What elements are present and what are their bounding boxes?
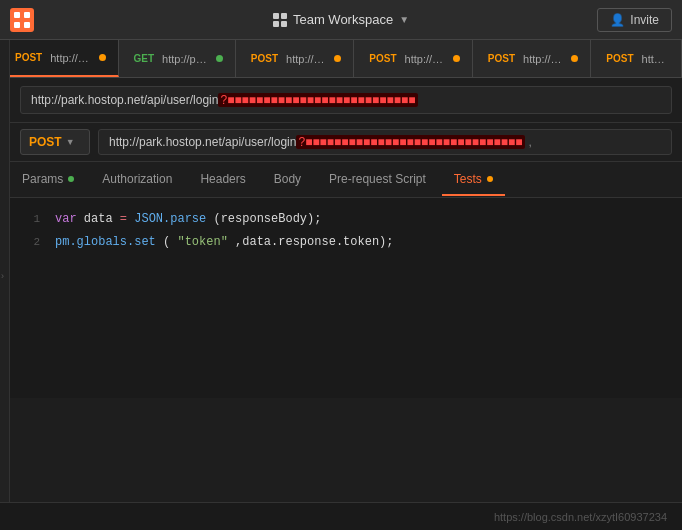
code-string-token: "token" [177,235,227,249]
code-content-1: var data = JSON.parse (responseBody); [55,210,321,229]
tab-dot-1 [99,54,106,61]
tab-method-5: POST [485,52,518,65]
code-equals: = [120,212,127,226]
request-url-redacted: ?■■■■■■■■■■■■■■■■■■■■■■■■■■■■■■ [296,135,524,149]
request-url-separator: , [529,135,532,149]
tab-url-1: http://par [50,52,93,64]
tab-url-6: http:// [642,53,669,65]
nav-tab-authorization-label: Authorization [102,172,172,186]
line-number-1: 1 [10,211,40,229]
app-icon [10,8,34,32]
url-display-base: http://park.hostop.net/api/user/login [31,93,218,107]
tab-method-6: POST [603,52,636,65]
workspace-selector[interactable]: Team Workspace ▼ [273,12,409,27]
top-bar: Team Workspace ▼ 👤 Invite [0,0,682,40]
keyword-var: var [55,212,77,226]
sidebar-edge: › [0,40,10,502]
method-select[interactable]: POST ▼ [20,129,90,155]
tab-method-1: POST [12,51,45,64]
nav-tab-params[interactable]: Params [10,164,86,196]
app-icon-area [10,8,34,32]
method-dropdown-arrow: ▼ [66,137,75,147]
code-plain-5: ,data.response.token); [235,235,393,249]
bottom-url: https://blog.csdn.net/xzytI60937234 [494,511,667,523]
svg-rect-3 [24,22,30,28]
nav-tab-headers[interactable]: Headers [188,164,257,196]
url-display-bar: http://park.hostop.net/api/user/login ?■… [0,78,682,123]
request-line: POST ▼ http://park.hostop.net/api/user/l… [0,123,682,162]
tab-5[interactable]: POST http://par [473,40,592,77]
nav-tab-body-label: Body [274,172,301,186]
tests-dot [487,176,493,182]
workspace-dropdown-arrow: ▼ [399,14,409,25]
tab-method-4: POST [366,52,399,65]
line-number-2: 2 [10,234,40,252]
request-url-input[interactable]: http://park.hostop.net/api/user/login ?■… [98,129,672,155]
code-line-2: 2 pm.globals.set ( "token" ,data.respons… [0,231,682,254]
nav-tab-authorization[interactable]: Authorization [90,164,184,196]
tab-method-3: POST [248,52,281,65]
nav-tab-body[interactable]: Body [262,164,313,196]
tab-1[interactable]: POST http://par [0,40,119,77]
invite-label: Invite [630,13,659,27]
nav-tab-params-label: Params [22,172,63,186]
nav-tab-tests-label: Tests [454,172,482,186]
tab-6[interactable]: POST http:// [591,40,682,77]
code-fn-pm-globals: pm.globals.set [55,235,156,249]
tab-url-5: http://par [523,53,566,65]
code-plain-1: data [84,212,120,226]
nav-tab-headers-label: Headers [200,172,245,186]
nav-tab-tests[interactable]: Tests [442,164,505,196]
tab-url-4: http://par [405,53,448,65]
code-fn-json-parse: JSON.parse [134,212,206,226]
tab-dot-5 [571,55,578,62]
code-content-2: pm.globals.set ( "token" ,data.response.… [55,233,394,252]
code-editor[interactable]: 1 var data = JSON.parse (responseBody); … [0,198,682,398]
workspace-grid-icon [273,13,287,27]
url-display: http://park.hostop.net/api/user/login ?■… [20,86,672,114]
code-plain-3: (responseBody); [213,212,321,226]
tab-2[interactable]: GET http://park [119,40,236,77]
tab-dot-4 [453,55,460,62]
tab-dot-3 [334,55,341,62]
method-label: POST [29,135,62,149]
svg-rect-2 [14,22,20,28]
tab-dot-2 [216,55,223,62]
tab-method-2: GET [131,52,158,65]
code-line-1: 1 var data = JSON.parse (responseBody); [0,208,682,231]
svg-rect-1 [24,12,30,18]
tab-url-3: http://par [286,53,329,65]
svg-rect-0 [14,12,20,18]
nav-tabs: Params Authorization Headers Body Pre-re… [0,162,682,198]
sidebar-toggle-icon: › [1,271,4,281]
code-plain-4: ( [163,235,170,249]
tab-4[interactable]: POST http://par [354,40,473,77]
bottom-bar: https://blog.csdn.net/xzytI60937234 [0,502,682,530]
nav-tab-pre-request-label: Pre-request Script [329,172,426,186]
tab-3[interactable]: POST http://par [236,40,355,77]
tab-url-2: http://park [162,53,211,65]
nav-tab-pre-request[interactable]: Pre-request Script [317,164,438,196]
request-url-base: http://park.hostop.net/api/user/login [109,135,296,149]
url-display-redacted: ?■■■■■■■■■■■■■■■■■■■■■■■■■■ [218,93,417,107]
workspace-name: Team Workspace [293,12,393,27]
invite-button[interactable]: 👤 Invite [597,8,672,32]
invite-icon: 👤 [610,13,625,27]
request-tabs-row: POST http://par GET http://park POST htt… [0,40,682,78]
params-dot [68,176,74,182]
